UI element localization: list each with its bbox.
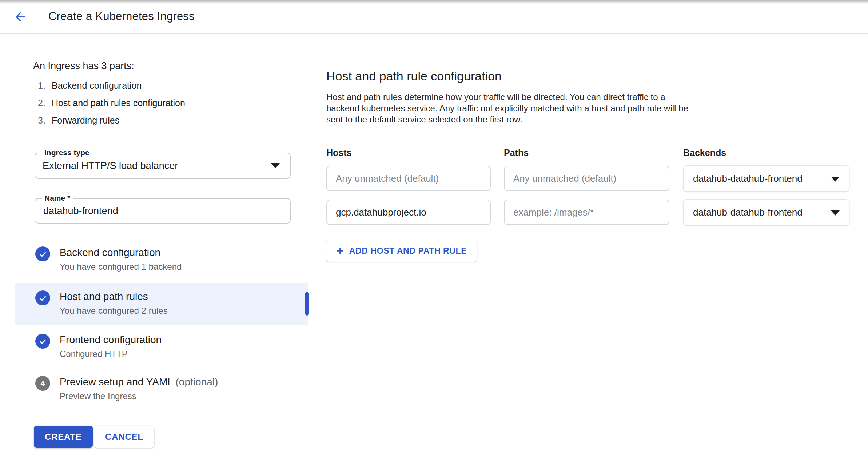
- backend-select-row1[interactable]: datahub-datahub-frontend: [683, 165, 849, 192]
- back-button[interactable]: [11, 7, 30, 26]
- ingress-parts-heading: An Ingress has 3 parts:: [33, 60, 134, 72]
- backend-select-value: datahub-datahub-frontend: [693, 173, 803, 184]
- step-host-and-path-rules[interactable]: Host and path rules You have configured …: [35, 290, 168, 316]
- check-circle-icon: [35, 290, 50, 305]
- host-input-row2[interactable]: [326, 200, 491, 225]
- column-header-backends: Backends: [683, 148, 726, 158]
- step-subtitle: Configured HTTP: [60, 349, 162, 359]
- name-field: Name *: [35, 198, 291, 224]
- list-item: 1. Backend configuration: [38, 80, 185, 91]
- section-title: Host and path rule configuration: [326, 69, 502, 83]
- dropdown-caret-icon: [271, 163, 280, 168]
- backend-select-value: datahub-datahub-frontend: [693, 207, 803, 218]
- step-title: Backend configuration: [60, 246, 182, 260]
- host-input-row1[interactable]: [326, 166, 491, 191]
- ingress-parts-list: 1. Backend configuration 2. Host and pat…: [38, 80, 185, 132]
- section-description: Host and path rules determine how your t…: [326, 91, 688, 125]
- ingress-type-select[interactable]: Ingress type External HTTP/S load balanc…: [35, 153, 291, 179]
- create-ingress-page: Create a Kubernetes Ingress An Ingress h…: [0, 0, 868, 466]
- description-line: sent to the default service selected on …: [326, 114, 688, 125]
- dropdown-caret-icon: [831, 177, 840, 182]
- cancel-button[interactable]: CANCEL: [94, 426, 154, 448]
- arrow-back-icon: [13, 9, 28, 24]
- dropdown-caret-icon: [831, 210, 840, 216]
- list-item: 2. Host and path rules configuration: [38, 97, 185, 109]
- list-label: Backend configuration: [52, 80, 142, 91]
- name-field-label: Name *: [42, 194, 73, 202]
- name-input[interactable]: [43, 205, 270, 217]
- list-item: 3. Forwarding rules: [38, 115, 185, 126]
- page-title: Create a Kubernetes Ingress: [48, 10, 195, 23]
- step-subtitle: You have configured 1 backend: [60, 261, 182, 272]
- description-line: Host and path rules determine how your t…: [326, 91, 688, 103]
- add-host-and-path-rule-button[interactable]: + ADD HOST AND PATH RULE: [326, 240, 477, 262]
- ingress-type-label: Ingress type: [42, 148, 92, 157]
- optional-label: (optional): [176, 376, 218, 387]
- step-title: Preview setup and YAML (optional): [60, 375, 218, 389]
- check-circle-icon: [35, 246, 50, 261]
- path-input-row1[interactable]: [504, 166, 669, 191]
- list-number: 3.: [38, 115, 52, 126]
- step-subtitle: You have configured 2 rules: [60, 305, 168, 316]
- page-header: Create a Kubernetes Ingress: [0, 0, 868, 34]
- create-button[interactable]: CREATE: [34, 426, 93, 448]
- step-backend-configuration[interactable]: Backend configuration You have configure…: [35, 246, 182, 272]
- description-line: backend kubernetes service. Any traffic …: [326, 103, 688, 114]
- check-circle-icon: [35, 334, 50, 349]
- list-number: 1.: [38, 80, 52, 91]
- step-subtitle: Preview the Ingress: [60, 391, 218, 402]
- list-label: Host and path rules configuration: [52, 97, 185, 109]
- list-number: 2.: [38, 97, 52, 109]
- plus-icon: +: [337, 244, 344, 257]
- top-shadow: [0, 0, 868, 4]
- step-frontend-configuration[interactable]: Frontend configuration Configured HTTP: [35, 333, 162, 359]
- step-title: Host and path rules: [60, 290, 168, 304]
- column-header-hosts: Hosts: [326, 148, 351, 158]
- step-number-icon: 4: [35, 376, 50, 391]
- column-header-paths: Paths: [504, 148, 529, 158]
- list-label: Forwarding rules: [52, 115, 119, 126]
- ingress-type-value: External HTTP/S load balancer: [43, 160, 178, 172]
- scrollbar-thumb[interactable]: [305, 292, 309, 316]
- step-title: Frontend configuration: [60, 333, 162, 347]
- add-rule-label: ADD HOST AND PATH RULE: [349, 246, 467, 256]
- backend-select-row2[interactable]: datahub-datahub-frontend: [683, 199, 849, 225]
- path-input-row2[interactable]: [504, 200, 669, 225]
- panel-divider: [308, 51, 308, 457]
- step-preview-setup-yaml[interactable]: 4 Preview setup and YAML (optional) Prev…: [35, 375, 218, 402]
